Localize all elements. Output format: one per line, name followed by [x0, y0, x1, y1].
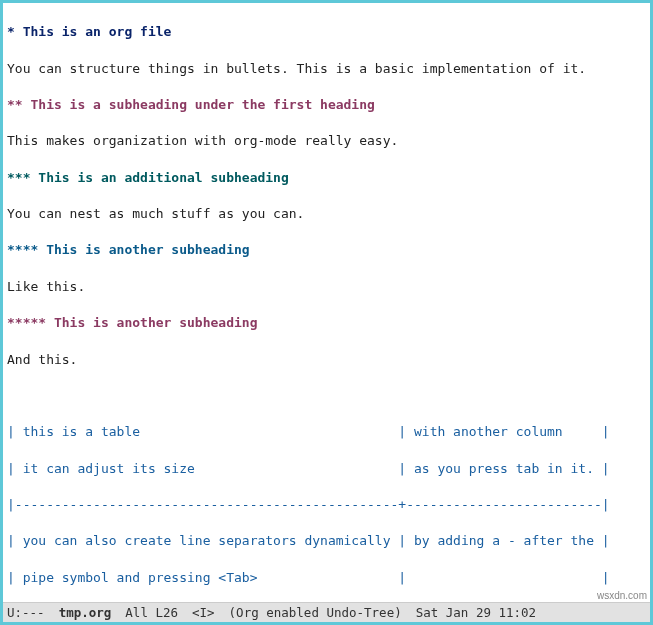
heading-3: *** This is an additional subheading [7, 169, 646, 187]
table-row: | you can also create line separators dy… [7, 532, 646, 550]
body-text: Like this. [7, 278, 646, 296]
table-row: | pipe symbol and pressing <Tab> | | [7, 569, 646, 587]
heading-4: **** This is another subheading [7, 241, 646, 259]
blank-line [7, 387, 646, 405]
mode-line: U:--- tmp.org All L26 <I> (Org enabled U… [3, 602, 650, 623]
modeline-filename: tmp.org [59, 604, 112, 622]
heading-5: ***** This is another subheading [7, 314, 646, 332]
body-text: You can structure things in bullets. Thi… [7, 60, 646, 78]
modeline-position: All L26 [125, 604, 178, 622]
table-row: | this is a table | with another column … [7, 423, 646, 441]
modeline-modes: (Org enabled Undo-Tree) [229, 604, 402, 622]
body-text: You can nest as much stuff as you can. [7, 205, 646, 223]
modeline-insert: <I> [192, 604, 215, 622]
modeline-modified: U:--- [7, 604, 45, 622]
body-text: This makes organization with org-mode re… [7, 132, 646, 150]
modeline-time: Sat Jan 29 11:02 [416, 604, 536, 622]
buffer-area[interactable]: * This is an org file You can structure … [3, 3, 650, 602]
table-separator: |---------------------------------------… [7, 496, 646, 514]
emacs-frame: * This is an org file You can structure … [0, 0, 653, 625]
watermark: wsxdn.com [597, 589, 647, 603]
heading-1: * This is an org file [7, 23, 646, 41]
heading-2: ** This is a subheading under the first … [7, 96, 646, 114]
table-row: | it can adjust its size | as you press … [7, 460, 646, 478]
body-text: And this. [7, 351, 646, 369]
